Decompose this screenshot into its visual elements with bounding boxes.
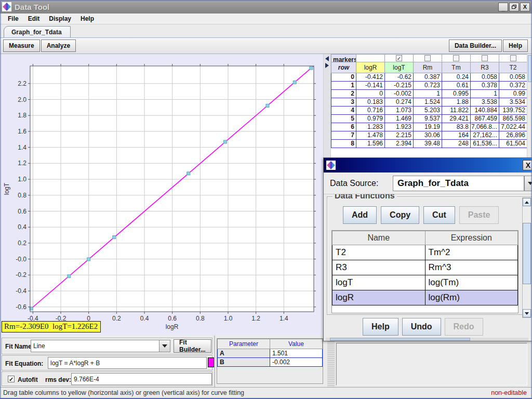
table-cell[interactable]: 3.534 (499, 98, 527, 107)
function-expression[interactable]: Rm^3 (425, 260, 518, 275)
hscroll-thumb[interactable] (330, 338, 470, 341)
table-cell[interactable]: 1.524 (414, 98, 442, 107)
function-row-R3[interactable]: R3Rm^3 (332, 260, 518, 275)
toolbar-help-button[interactable]: Help (503, 39, 528, 52)
dialog-horizontal-scrollbar[interactable] (326, 338, 528, 341)
fit-name-combobox[interactable]: Line (31, 340, 159, 352)
dialog-close-button[interactable]: X (523, 160, 532, 170)
table-cell[interactable]: 5.203 (414, 107, 442, 115)
data-builder-button[interactable]: Data Builder... (449, 39, 502, 52)
menu-file[interactable]: File (3, 14, 23, 23)
analyze-button[interactable]: Analyze (41, 39, 76, 52)
table-cell[interactable]: 11.822 (442, 107, 471, 115)
titlebar[interactable]: Data Tool _ X (0, 0, 532, 14)
table-cell[interactable]: 3.538 (471, 98, 499, 107)
tab-graph-for-tdata[interactable]: Graph_for_Tdata (4, 26, 71, 38)
marker-checkbox-Rm[interactable] (424, 55, 431, 61)
scrollbar-thumb[interactable] (528, 55, 531, 82)
row-number[interactable]: 5 (331, 115, 356, 123)
table-cell[interactable]: 139.752 (499, 107, 527, 115)
table-cell[interactable]: 0.99 (499, 90, 527, 98)
table-cell[interactable]: 0 (356, 90, 385, 98)
marker-checkbox-T2[interactable] (510, 55, 516, 61)
dialog-titlebar[interactable]: X (324, 158, 532, 172)
function-name[interactable]: logT (332, 275, 425, 290)
table-cell[interactable]: 0.716 (356, 107, 385, 115)
dialog-vertical-scrollbar[interactable] (522, 197, 531, 318)
table-cell[interactable]: 0.387 (414, 73, 442, 82)
table-cell[interactable]: 0.058 (499, 73, 527, 82)
table-cell[interactable]: 1.073 (385, 107, 414, 115)
dialog-help-button[interactable]: Help (363, 318, 398, 336)
row-number[interactable]: 8 (331, 140, 356, 148)
column-header-T2[interactable]: T2 (499, 62, 527, 73)
table-cell[interactable]: 0.378 (471, 82, 499, 90)
table-cell[interactable]: -0.002 (385, 90, 414, 98)
row-number[interactable]: 1 (331, 82, 356, 90)
column-header-Tm[interactable]: Tm (442, 62, 471, 73)
data-source-dropdown-icon[interactable] (524, 176, 532, 191)
table-cell[interactable]: 1.923 (385, 123, 414, 131)
collapse-right-icon[interactable] (325, 63, 329, 68)
scrollbar-track[interactable] (327, 336, 335, 387)
table-cell[interactable]: 1 (471, 90, 499, 98)
row-number[interactable]: 0 (331, 73, 356, 82)
table-cell[interactable]: 2.215 (385, 131, 414, 140)
fit-name-dropdown-icon[interactable] (159, 340, 170, 352)
row-number[interactable]: 4 (331, 107, 356, 115)
add-function-button[interactable]: Add (343, 206, 377, 224)
close-button[interactable]: X (520, 3, 530, 11)
table-cell[interactable]: 0.372 (499, 82, 527, 90)
table-cell[interactable]: 61,504 (499, 140, 527, 148)
table-cell[interactable]: 7,066.8... (471, 123, 499, 131)
table-cell[interactable]: 83.8 (442, 123, 471, 131)
scroll-down-icon[interactable] (523, 309, 531, 317)
param-value[interactable]: -0.002 (270, 358, 323, 367)
marker-checkbox-logT[interactable]: ✓ (396, 55, 402, 61)
table-cell[interactable]: 30.06 (414, 131, 442, 140)
marker-checkbox-R3[interactable] (482, 55, 488, 61)
plot-area[interactable]: -0.4-0.200.20.40.60.81.01.21.42.22.01.81… (1, 54, 323, 336)
table-cell[interactable]: 1.478 (356, 131, 385, 140)
table-cell[interactable]: 2.394 (385, 140, 414, 148)
table-cell[interactable]: 0.723 (414, 82, 442, 90)
table-cell[interactable]: -0.141 (356, 82, 385, 90)
function-expression[interactable]: Tm^2 (425, 245, 518, 260)
fit-color-swatch[interactable] (208, 357, 214, 367)
cut-function-button[interactable]: Cut (423, 206, 455, 224)
menu-help[interactable]: Help (76, 14, 99, 23)
table-cell[interactable]: 0.61 (442, 82, 471, 90)
marker-checkbox-Tm[interactable] (453, 55, 459, 61)
column-header-R3[interactable]: R3 (471, 62, 499, 73)
table-cell[interactable]: 9.537 (414, 115, 442, 123)
restore-button[interactable] (509, 3, 519, 11)
table-cell[interactable]: 0.995 (442, 90, 471, 98)
function-row-logT[interactable]: logTlog(Tm) (332, 275, 518, 290)
scroll-up-icon[interactable] (523, 198, 531, 206)
function-expression[interactable]: log(Tm) (425, 275, 518, 290)
table-cell[interactable]: 0.183 (356, 98, 385, 107)
row-number[interactable]: 7 (331, 131, 356, 140)
copy-function-button[interactable]: Copy (381, 206, 419, 224)
column-header-logT[interactable]: logT (385, 62, 414, 73)
row-number[interactable]: 6 (331, 123, 356, 131)
table-cell[interactable]: -0.62 (385, 73, 414, 82)
table-cell[interactable]: 39.48 (414, 140, 442, 148)
autofit-checkbox[interactable]: ✓ (8, 376, 15, 382)
table-cell[interactable]: 27,162... (471, 131, 499, 140)
table-cell[interactable]: 1.283 (356, 123, 385, 131)
table-cell[interactable]: 19.19 (414, 123, 442, 131)
function-name[interactable]: T2 (332, 245, 425, 260)
table-cell[interactable]: 1 (414, 90, 442, 98)
table-cell[interactable]: -0.215 (385, 82, 414, 90)
row-number[interactable]: 3 (331, 98, 356, 107)
menu-display[interactable]: Display (44, 14, 76, 23)
function-row-T2[interactable]: T2Tm^2 (332, 245, 518, 260)
table-cell[interactable]: 140.884 (471, 107, 499, 115)
menu-edit[interactable]: Edit (23, 14, 45, 23)
fit-equation-field[interactable]: logT = A*logR + B (48, 357, 207, 369)
collapse-left-icon[interactable] (325, 56, 329, 61)
dialog-scrollbar-thumb[interactable] (523, 223, 531, 284)
table-cell[interactable]: 1.596 (356, 140, 385, 148)
function-name[interactable]: logR (332, 290, 425, 305)
